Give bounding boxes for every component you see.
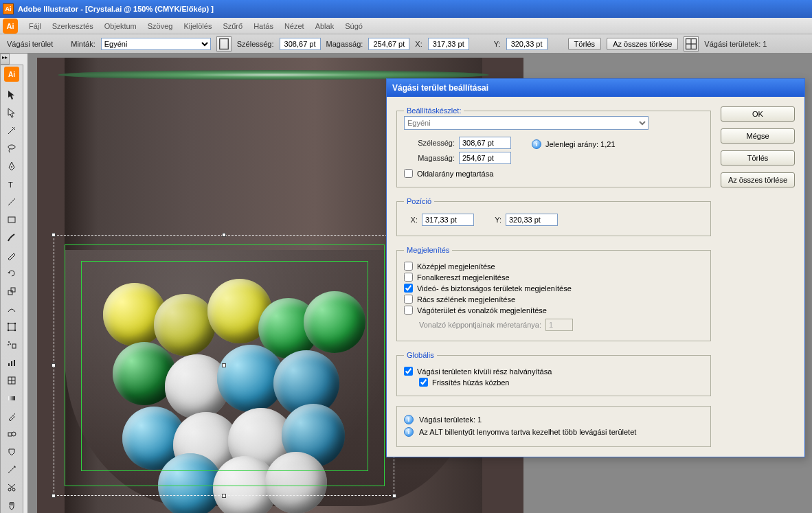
svg-point-12 [8,323,9,324]
constrain-checkbox[interactable] [404,169,413,178]
warp-tool[interactable] [3,301,21,317]
mesh-tool[interactable] [3,373,21,388]
selection-tool[interactable] [3,87,21,102]
global-legend: Globális [404,351,437,359]
gradient-tool[interactable] [3,391,21,406]
chk-video-safe[interactable] [404,284,413,293]
lasso-tool[interactable] [3,141,21,156]
dlg-height-label: Magasság: [404,154,455,162]
delete-button[interactable]: Törlés [568,38,602,50]
delete-all-button[interactable]: Az összes törlése [607,38,678,50]
svg-point-13 [14,323,16,324]
width-label: Szélesség: [237,40,274,48]
direct-selection-tool[interactable] [3,105,21,120]
preset-select[interactable]: Egyéni [404,116,649,130]
eyedropper-tool[interactable] [3,409,21,424]
svg-rect-26 [8,396,15,400]
width-input[interactable] [280,38,321,50]
rectangle-tool[interactable] [3,212,21,227]
x-input[interactable] [428,38,469,50]
chk-update-drag[interactable] [419,378,428,387]
slice-tool[interactable] [3,462,21,477]
rotate-tool[interactable] [3,266,21,281]
svg-line-7 [8,198,15,205]
dlg-width-input[interactable] [459,137,511,149]
menu-view[interactable]: Nézet [279,22,310,30]
display-legend: Megjelenítés [404,246,452,254]
crop-options-icon[interactable] [684,36,699,52]
presets-label: Minták: [71,40,95,48]
menu-effect[interactable]: Hatás [248,22,279,30]
height-input[interactable] [368,38,409,50]
svg-rect-10 [11,288,15,292]
dlg-y-input[interactable] [506,214,558,226]
chk-grid[interactable] [404,295,413,304]
symbol-sprayer-tool[interactable] [3,337,21,352]
chk-fade[interactable] [404,367,413,376]
toolbox: Ai T [0,65,23,513]
magic-wand-tool[interactable] [3,123,21,138]
svg-point-4 [8,145,15,149]
document-title: [Crystal.ai @ 150% (CMYK/Előkép) ] [85,5,214,13]
menu-file[interactable]: Fájl [23,22,47,30]
dlg-delete-all-button[interactable]: Az összes törlése [721,172,795,187]
crop-area-label: Vágási terület [7,40,53,48]
note-alt: Az ALT billentyűt lenyomva tartva kezelh… [419,428,636,436]
live-paint-tool[interactable] [3,444,21,459]
pen-tool[interactable] [3,159,21,174]
dlg-x-input[interactable] [422,214,474,226]
svg-text:T: T [8,181,13,189]
hand-tool[interactable] [3,498,21,513]
svg-rect-16 [12,344,16,348]
cancel-button[interactable]: Mégse [721,128,795,144]
chk-center[interactable] [404,262,413,271]
paintbrush-tool[interactable] [3,230,21,245]
dlg-delete-button[interactable]: Törlés [721,150,795,166]
menu-object[interactable]: Objektum [99,22,142,30]
free-transform-tool[interactable] [3,319,21,334]
menu-window[interactable]: Ablak [310,22,340,30]
orientation-icon[interactable] [216,36,232,52]
dlg-height-input[interactable] [459,152,511,164]
note-count: Vágási területek: 1 [419,415,482,424]
y-input[interactable] [506,38,548,50]
expand-panels-icon[interactable]: ▸▸ [0,54,10,65]
info-icon: i [404,427,414,437]
scissors-tool[interactable] [3,480,21,495]
type-tool[interactable]: T [3,176,21,192]
svg-rect-21 [11,361,12,366]
ok-button[interactable]: OK [721,106,795,122]
chk-crosshair[interactable] [404,273,413,282]
svg-point-19 [8,344,9,345]
svg-rect-20 [8,363,10,366]
pencil-tool[interactable] [3,248,21,263]
position-legend: Pozíció [404,197,434,205]
control-bar: Vágási terület Minták: Egyéni Szélesség:… [0,34,812,54]
dlg-width-label: Szélesség: [404,139,455,147]
position-fieldset: Pozíció X: Y: [396,197,711,236]
svg-rect-11 [8,323,15,330]
svg-rect-0 [219,38,228,49]
menu-filter[interactable]: Szűrő [217,22,248,30]
line-tool[interactable] [3,194,21,209]
app-name: Adobe Illustrator [18,5,78,13]
menu-select[interactable]: Kijelölés [178,22,217,30]
menu-type[interactable]: Szöveg [142,22,179,30]
y-label: Y: [494,40,501,48]
blend-tool[interactable] [3,426,21,442]
graph-tool[interactable] [3,355,21,370]
chk-rulers[interactable] [404,306,413,315]
menu-edit[interactable]: Szerkesztés [47,22,99,30]
info-icon: i [532,139,541,149]
status-crop-count: Vágási területek: 1 [704,40,767,48]
menubar: Ai Fájl Szerkesztés Objektum Szöveg Kije… [0,18,812,34]
menu-help[interactable]: Súgó [339,22,368,30]
presets-select[interactable]: Egyéni [101,38,211,50]
info-icon: i [404,415,414,424]
svg-point-17 [8,341,10,343]
svg-point-14 [8,330,9,331]
svg-rect-27 [8,433,12,436]
aspect-ratio-text: Jelenlegi arány: 1,21 [545,140,616,148]
scale-tool[interactable] [3,284,21,299]
svg-rect-22 [14,360,15,366]
